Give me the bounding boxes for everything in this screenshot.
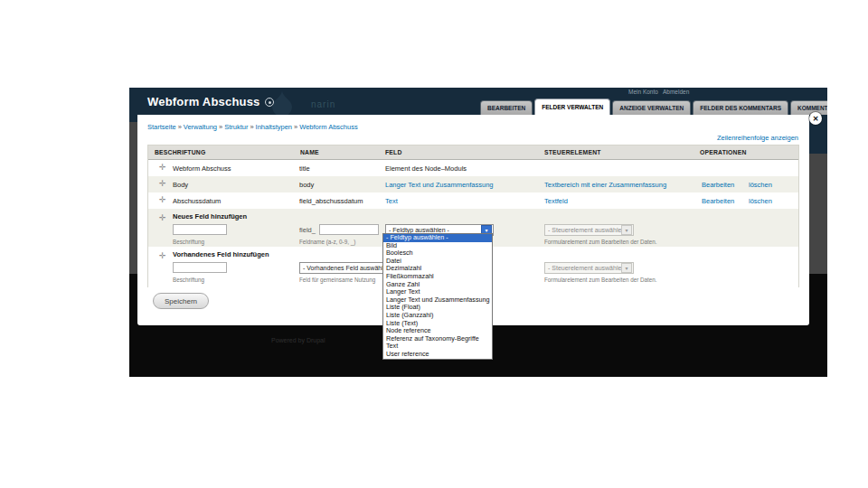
field-name-prefix: field_ bbox=[299, 226, 316, 234]
admin-tabs: BEARBEITEN FELDER VERWALTEN ANZEIGE VERW… bbox=[480, 100, 827, 115]
drag-handle-icon[interactable]: ✛ bbox=[159, 252, 166, 260]
dropdown-option[interactable]: Bild bbox=[383, 242, 492, 250]
widget-link[interactable]: Textfeld bbox=[544, 197, 568, 205]
tab-felder-verwalten[interactable]: FELDER VERWALTEN bbox=[534, 99, 610, 115]
add-existing-field-title: Vorhandenes Feld hinzufügen bbox=[173, 250, 269, 258]
breadcrumb-separator: » bbox=[178, 123, 182, 131]
col-beschriftung: BESCHRIFTUNG bbox=[155, 149, 205, 155]
field-type: Element des Node–Moduls bbox=[385, 164, 467, 173]
field-type-link[interactable]: Text bbox=[385, 197, 398, 205]
page-title-text: Webform Abschuss bbox=[147, 95, 260, 108]
dropdown-option[interactable]: Boolesch bbox=[383, 249, 492, 258]
dropdown-option[interactable]: Ganze Zahl bbox=[383, 281, 492, 289]
dropdown-option[interactable]: Langer Text und Zusammenfassung bbox=[383, 296, 492, 305]
breadcrumb-current[interactable]: Webform Abschuss bbox=[299, 123, 357, 131]
dropdown-option[interactable]: Liste (Float) bbox=[383, 304, 492, 312]
user-account-link[interactable]: Mein Konto bbox=[628, 89, 658, 95]
field-type-dropdown-list: - Feldtyp auswählen - Bild Boolesch Date… bbox=[382, 233, 493, 360]
close-overlay-button[interactable]: ✕ bbox=[809, 112, 822, 125]
label-description: Beschriftung bbox=[173, 277, 204, 283]
dropdown-option[interactable]: Text bbox=[383, 343, 492, 351]
label-description: Beschriftung bbox=[173, 239, 204, 245]
drag-handle-icon[interactable]: ✛ bbox=[159, 180, 166, 188]
drag-handle-icon[interactable]: ✛ bbox=[159, 214, 166, 222]
field-type-link[interactable]: Langer Text und Zusammenfassung bbox=[385, 181, 494, 189]
breadcrumb-separator: » bbox=[219, 123, 222, 131]
breadcrumb-verwaltung[interactable]: Verwaltung bbox=[184, 123, 217, 131]
col-name: NAME bbox=[300, 149, 319, 155]
dropdown-option[interactable]: Datei bbox=[383, 258, 492, 266]
table-row: ✛ Webform Abschuss title Element des Nod… bbox=[148, 160, 798, 176]
page-title: Webform Abschuss bbox=[147, 95, 274, 108]
col-steuerelement: STEUERELEMENT bbox=[544, 149, 601, 155]
backdrop-strip-left bbox=[129, 88, 137, 122]
help-icon[interactable] bbox=[265, 98, 274, 107]
dropdown-option[interactable]: Referenz auf Taxonomy-Begriffe bbox=[383, 335, 492, 343]
breadcrumb-startseite[interactable]: Startseite bbox=[147, 123, 176, 131]
tab-anzeige-verwalten[interactable]: ANZEIGE VERWALTEN bbox=[612, 100, 691, 115]
tab-kommentaranzeige[interactable]: KOMMENTARANZEIGE bbox=[790, 100, 827, 115]
powered-by-text: Powered by Drupal bbox=[271, 337, 326, 343]
field-name: title bbox=[299, 164, 310, 173]
breadcrumb-separator: » bbox=[250, 123, 253, 131]
field-label: Body bbox=[173, 181, 188, 189]
chevron-down-icon: ▾ bbox=[621, 263, 632, 273]
tab-bearbeiten[interactable]: BEARBEITEN bbox=[480, 100, 533, 115]
table-header-row: BESCHRIFTUNG NAME FELD STEUERELEMENT OPE… bbox=[148, 145, 798, 160]
field-name: body bbox=[299, 181, 314, 189]
existing-field-description: Feld für gemeinsame Nutzung bbox=[299, 277, 375, 283]
dropdown-option[interactable]: Fließkommazahl bbox=[383, 273, 492, 281]
page: narin Webform Abschuss Mein Konto Abmeld… bbox=[0, 0, 868, 488]
existing-field-label-input[interactable] bbox=[173, 262, 227, 273]
close-icon: ✕ bbox=[813, 115, 819, 123]
widget-description: Formularelement zum Bearbeiten der Daten… bbox=[544, 277, 657, 283]
edit-link[interactable]: Bearbeiten bbox=[702, 181, 734, 189]
col-operationen: OPERATIONEN bbox=[700, 149, 747, 155]
site-name: narin bbox=[311, 99, 335, 109]
chevron-down-icon: ▾ bbox=[621, 225, 632, 235]
save-button[interactable]: Speichern bbox=[153, 293, 209, 309]
widget-select[interactable]: - Steuerelement auswählen - ▾ bbox=[544, 262, 634, 274]
widget-link[interactable]: Textbereich mit einer Zusammenfassung bbox=[544, 181, 666, 189]
dropdown-option[interactable]: Langer Text bbox=[383, 288, 492, 296]
tab-felder-des-kommentars[interactable]: FELDER DES KOMMENTARS bbox=[693, 100, 788, 115]
delete-link[interactable]: löschen bbox=[749, 181, 772, 189]
dropdown-option[interactable]: Liste (Ganzzahl) bbox=[383, 312, 492, 320]
field-label: Abschussdatum bbox=[173, 197, 221, 205]
drag-handle-icon[interactable]: ✛ bbox=[159, 164, 166, 172]
drupal-admin-screenshot: narin Webform Abschuss Mein Konto Abmeld… bbox=[129, 88, 827, 377]
drag-handle-icon[interactable]: ✛ bbox=[159, 196, 166, 204]
widget-select[interactable]: - Steuerelement auswählen - ▾ bbox=[544, 224, 634, 236]
name-description: Feldname (a-z, 0-9, _) bbox=[299, 239, 355, 245]
breadcrumb: Startseite»Verwaltung»Struktur»Inhaltsty… bbox=[147, 123, 358, 131]
col-feld: FELD bbox=[385, 149, 402, 155]
field-type-select-value: - Feldtyp auswählen - bbox=[386, 227, 481, 233]
dropdown-option[interactable]: User reference bbox=[383, 351, 492, 359]
widget-description: Formularelement zum Bearbeiten der Daten… bbox=[544, 239, 657, 245]
dropdown-option[interactable]: - Feldtyp auswählen - bbox=[383, 234, 492, 242]
field-label: Webform Abschuss bbox=[173, 164, 231, 173]
table-row: ✛ Abschussdatum field_abschussdatum Text… bbox=[148, 192, 798, 209]
new-field-label-input[interactable] bbox=[173, 224, 227, 235]
delete-link[interactable]: löschen bbox=[749, 197, 772, 205]
dropdown-option[interactable]: Node reference bbox=[383, 327, 492, 335]
breadcrumb-struktur[interactable]: Struktur bbox=[224, 123, 248, 131]
new-field-name-input[interactable] bbox=[319, 224, 379, 235]
widget-select-value: - Steuerelement auswählen - bbox=[545, 227, 621, 233]
add-new-field-title: Neues Feld hinzufügen bbox=[173, 212, 247, 221]
field-name: field_abschussdatum bbox=[299, 197, 363, 205]
show-row-weights-link[interactable]: Zeilenreihenfolge anzeigen bbox=[717, 134, 798, 142]
logout-link[interactable]: Abmelden bbox=[663, 89, 689, 95]
edit-link[interactable]: Bearbeiten bbox=[702, 197, 734, 205]
dropdown-option[interactable]: Dezimalzahl bbox=[383, 265, 492, 273]
table-row: ✛ Body body Langer Text und Zusammenfass… bbox=[148, 176, 798, 192]
widget-select-value: - Steuerelement auswählen - bbox=[545, 265, 621, 271]
breadcrumb-inhaltstypen[interactable]: Inhaltstypen bbox=[256, 123, 292, 131]
breadcrumb-separator: » bbox=[294, 123, 297, 131]
dropdown-option[interactable]: Liste (Text) bbox=[383, 320, 492, 328]
